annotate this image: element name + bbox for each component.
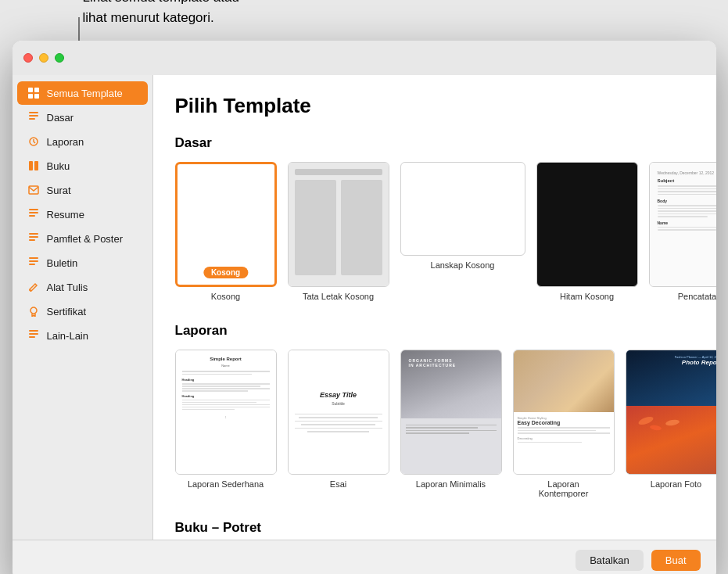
- cancel-button[interactable]: Batalkan: [576, 550, 644, 571]
- minimize-button[interactable]: [39, 53, 48, 63]
- dasar-template-grid: Kosong Kosong: [175, 162, 694, 301]
- template-item-laporan-sederhana[interactable]: Simple Report Name Heading Heading: [175, 350, 277, 498]
- sidebar: Semua Template Dasar: [13, 75, 153, 540]
- template-item-kosong[interactable]: Kosong Kosong: [175, 162, 277, 301]
- surat-icon: [27, 183, 41, 197]
- svg-rect-11: [29, 186, 38, 194]
- svg-rect-12: [29, 209, 38, 210]
- template-item-laporan-kontemporer[interactable]: Simple Home Styling Easy Decorating Deco…: [513, 350, 615, 498]
- sidebar-item-buletin[interactable]: Buletin: [17, 251, 148, 274]
- svg-rect-2: [34, 88, 39, 92]
- svg-rect-24: [29, 330, 38, 332]
- template-thumb-tata-letak[interactable]: [288, 162, 389, 287]
- pamflet-icon: [27, 231, 41, 246]
- app-window: Semua Template Dasar: [13, 41, 716, 574]
- template-thumb-laporan-minimalis[interactable]: ORGANIC FORMS IN ARCHITECTURE: [400, 350, 502, 475]
- panel-title: Pilih Template: [175, 94, 694, 118]
- sidebar-label-sertifikat: Sertifikat: [47, 306, 87, 317]
- sidebar-label-lain-lain: Lain-Lain: [47, 330, 89, 342]
- svg-rect-15: [29, 233, 38, 235]
- tooltip: Lihat semua template atau lihat menurut …: [83, 0, 317, 27]
- svg-rect-13: [29, 212, 38, 213]
- titlebar: [13, 41, 716, 75]
- template-item-laporan-foto[interactable]: Fashion Planner — April 12, 2022 Photo R…: [626, 350, 716, 498]
- section-title-laporan: Laporan: [175, 323, 694, 339]
- template-thumb-laporan-foto[interactable]: Fashion Planner — April 12, 2022 Photo R…: [626, 350, 716, 475]
- bottom-bar: Batalkan Buat: [13, 540, 716, 574]
- lainlain-icon: [27, 328, 41, 343]
- svg-rect-17: [29, 239, 35, 241]
- sidebar-item-surat[interactable]: Surat: [17, 178, 148, 202]
- laporan-template-grid: Simple Report Name Heading Heading: [175, 350, 694, 498]
- template-label-esai: Esai: [330, 479, 346, 489]
- template-label-laporan-minimalis: Laporan Minimalis: [416, 479, 486, 489]
- template-item-tata-letak[interactable]: Tata Letak Kosong: [288, 162, 389, 301]
- svg-rect-1: [28, 88, 33, 92]
- main-content: Semua Template Dasar: [13, 75, 716, 540]
- svg-rect-18: [29, 257, 38, 259]
- template-thumb-esai[interactable]: Essay Title Subtitle: [288, 350, 389, 475]
- svg-rect-6: [29, 115, 38, 117]
- template-thumb-kosong[interactable]: Kosong: [175, 162, 277, 287]
- template-label-pencatatan: Pencatatan: [678, 292, 716, 301]
- sidebar-label-laporan: Laporan: [47, 136, 84, 148]
- template-thumb-pencatatan[interactable]: Wednesday, December 12, 2012 Subject Bod…: [649, 162, 716, 287]
- sidebar-item-dasar[interactable]: Dasar: [17, 106, 148, 129]
- sidebar-label-surat: Surat: [47, 185, 71, 196]
- sertifikat-icon: [27, 304, 41, 318]
- template-item-esai[interactable]: Essay Title Subtitle Esai: [288, 350, 389, 498]
- sidebar-item-resume[interactable]: Resume: [17, 203, 148, 226]
- sidebar-label-resume: Resume: [47, 209, 84, 221]
- sidebar-label-semua-template: Semua Template: [47, 88, 123, 99]
- template-item-lanskap[interactable]: Lanskap Kosong: [400, 162, 525, 301]
- sidebar-item-laporan[interactable]: Laporan: [17, 130, 148, 153]
- resume-icon: [27, 207, 41, 221]
- template-item-laporan-minimalis[interactable]: ORGANIC FORMS IN ARCHITECTURE: [400, 350, 502, 498]
- template-item-hitam[interactable]: Hitam Kosong: [536, 162, 638, 301]
- sidebar-item-semua-template[interactable]: Semua Template: [17, 81, 148, 105]
- svg-rect-26: [29, 336, 35, 338]
- template-panel: Pilih Template Dasar Kosong Kosong: [153, 75, 716, 540]
- svg-rect-14: [29, 215, 35, 217]
- svg-rect-10: [34, 161, 38, 170]
- template-label-laporan-kontemporer: LaporanKontemporer: [539, 479, 589, 498]
- sidebar-item-lain-lain[interactable]: Lain-Lain: [17, 324, 148, 347]
- sidebar-item-sertifikat[interactable]: Sertifikat: [17, 300, 148, 323]
- laporan-icon: [27, 135, 41, 149]
- svg-rect-20: [29, 264, 35, 265]
- svg-rect-4: [34, 94, 39, 99]
- template-item-pencatatan[interactable]: Wednesday, December 12, 2012 Subject Bod…: [649, 162, 716, 301]
- template-label-hitam: Hitam Kosong: [560, 292, 614, 301]
- svg-rect-7: [29, 118, 35, 120]
- svg-rect-16: [29, 236, 38, 238]
- section-title-dasar: Dasar: [175, 135, 694, 151]
- buletin-icon: [27, 256, 41, 270]
- sidebar-item-buku[interactable]: Buku: [17, 154, 148, 178]
- close-button[interactable]: [23, 53, 33, 63]
- template-label-kosong: Kosong: [211, 292, 240, 301]
- book-icon: [27, 159, 41, 173]
- section-title-buku: Buku – Potret: [175, 520, 694, 536]
- svg-rect-9: [29, 161, 33, 170]
- kosong-badge: Kosong: [203, 267, 248, 278]
- svg-rect-5: [29, 112, 38, 113]
- template-label-lanskap: Lanskap Kosong: [431, 260, 495, 270]
- sidebar-label-alat-tulis: Alat Tulis: [47, 282, 88, 293]
- traffic-lights: [23, 53, 64, 63]
- template-label-laporan-sederhana: Laporan Sederhana: [188, 479, 264, 489]
- sidebar-label-buku: Buku: [47, 160, 70, 172]
- sidebar-item-alat-tulis[interactable]: Alat Tulis: [17, 275, 148, 299]
- template-thumb-lanskap[interactable]: [400, 162, 525, 256]
- document-icon: [27, 110, 41, 124]
- svg-point-23: [30, 307, 37, 314]
- svg-rect-3: [28, 94, 33, 99]
- maximize-button[interactable]: [55, 53, 64, 63]
- template-thumb-laporan-kontemporer[interactable]: Simple Home Styling Easy Decorating Deco…: [513, 350, 615, 475]
- grid-icon: [27, 86, 41, 100]
- template-thumb-laporan-sederhana[interactable]: Simple Report Name Heading Heading: [175, 350, 277, 475]
- sidebar-label-pamflet-poster: Pamflet & Poster: [47, 233, 124, 245]
- sidebar-label-buletin: Buletin: [47, 257, 78, 269]
- sidebar-item-pamflet-poster[interactable]: Pamflet & Poster: [17, 227, 148, 250]
- create-button[interactable]: Buat: [651, 550, 701, 571]
- template-thumb-hitam[interactable]: [536, 162, 638, 287]
